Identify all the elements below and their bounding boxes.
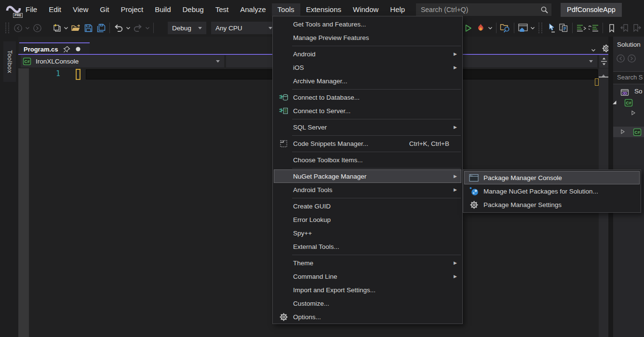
save-icon[interactable] [82,22,94,34]
menubar-item-file[interactable]: File [20,3,43,16]
menu-item-customize[interactable]: Customize... [274,297,461,310]
menu-item-label: NuGet Package Manager [293,173,366,180]
menu-item-package-manager-console[interactable]: Package Manager Console [464,171,640,184]
menu-item-create-guid[interactable]: Create GUID [274,199,461,213]
chevron-down-icon [589,60,593,63]
toolbox-tab[interactable]: Toolbox [3,41,16,82]
server-connect-icon [274,106,293,116]
menubar-item-test[interactable]: Test [210,3,235,16]
solution-tree-row[interactable]: C# [613,97,644,108]
menu-item-label: Command Line [293,273,337,280]
hot-reload-icon[interactable] [474,22,487,34]
redo-dropdown-icon[interactable] [144,22,151,34]
menu-item-connect-to-server[interactable]: Connect to Server... [274,104,461,117]
menu-item-label: Android [293,51,316,58]
platform-combo[interactable]: Any CPU [211,22,277,34]
toolbar-drag-handle[interactable] [538,23,542,33]
menu-item-code-snippets-manager[interactable]: Code Snippets Manager...Ctrl+K, Ctrl+B [274,137,461,150]
menu-bar: FileEditViewGitProjectBuildDebugTestAnal… [20,3,411,16]
solution-tree-row[interactable]: So [613,87,644,97]
scrollbar-thumb[interactable] [599,77,608,78]
tab-list-chevron-icon[interactable] [591,45,596,54]
menubar-item-git[interactable]: Git [94,3,115,16]
project-dropdown[interactable]: C# IronXLConsole [21,55,224,67]
forward-icon[interactable] [627,54,636,65]
menubar-item-project[interactable]: Project [115,3,149,16]
toolbar-drag-handle[interactable] [5,23,9,33]
menu-item-label: Code Snippets Manager... [293,140,368,147]
undo-dropdown-icon[interactable] [125,22,132,34]
hot-reload-dropdown-icon[interactable] [487,22,494,34]
split-window-button[interactable] [599,55,608,68]
scrollbar-up-icon[interactable] [601,71,606,80]
menu-item-ios[interactable]: iOS▶ [274,61,461,74]
menu-item-archive-manager[interactable]: Archive Manager... [274,74,461,88]
menubar-item-help[interactable]: Help [384,3,411,16]
undo-icon[interactable] [112,22,125,34]
menubar-item-debug[interactable]: Debug [177,3,210,16]
menubar-item-edit[interactable]: Edit [43,3,67,16]
back-icon[interactable] [616,54,625,65]
menubar-item-tools[interactable]: Tools [272,3,300,16]
solution-search-box[interactable]: Search S [613,71,644,84]
redo-icon[interactable] [132,22,144,34]
menu-item-spy[interactable]: Spy++ [274,226,461,240]
window-home-dropdown-icon[interactable] [529,22,536,34]
menu-item-android[interactable]: Android▶ [274,47,461,61]
menu-item-choose-toolbox-items[interactable]: Choose Toolbox Items... [274,153,461,167]
solution-tree-row[interactable]: C# [613,127,644,137]
navigate-back-icon[interactable] [12,22,24,34]
menu-item-connect-to-database[interactable]: Connect to Database... [274,91,461,104]
menu-item-theme[interactable]: Theme▶ [274,256,461,270]
search-icon[interactable] [537,6,551,14]
debug-configuration-combo[interactable]: Debug [168,22,206,34]
menu-item-android-tools[interactable]: Android Tools▶ [274,183,461,196]
menu-item-manage-preview-features[interactable]: Manage Preview Features [274,31,461,44]
menu-item-nuget-package-manager[interactable]: NuGet Package Manager▶ [274,169,461,183]
save-all-icon[interactable] [94,22,107,34]
toggle-bookmark-icon[interactable] [605,22,618,34]
menu-item-error-lookup[interactable]: Error Lookup [274,213,461,226]
menu-item-label: SQL Server [293,124,327,131]
format-selection-icon[interactable] [588,22,600,34]
menubar-item-build[interactable]: Build [149,3,176,16]
start-without-debugging-icon[interactable] [462,22,474,34]
navigate-forward-icon[interactable] [31,22,43,34]
window-home-icon[interactable] [517,22,529,34]
menu-item-manage-nuget-packages-for-solution[interactable]: Manage NuGet Packages for Solution... [464,184,640,198]
next-bookmark-icon[interactable] [631,22,643,34]
menu-item-sql-server[interactable]: SQL Server▶ [274,120,461,134]
navigate-back-dropdown-icon[interactable] [24,22,31,34]
menubar-item-analyze[interactable]: Analyze [234,3,271,16]
unsaved-dot-icon[interactable] [75,46,81,52]
search-box[interactable]: Search (Ctrl+Q) [416,3,551,16]
menu-item-get-tools-and-features[interactable]: Get Tools and Features... [274,17,461,31]
menu-item-package-manager-settings[interactable]: Package Manager Settings [464,198,640,211]
menubar-item-window[interactable]: Window [347,3,384,16]
paste-source-icon[interactable] [557,22,570,34]
submenu-arrow-icon: ▶ [454,52,457,56]
menu-item-options[interactable]: Options... [274,310,461,324]
menubar-item-view[interactable]: View [67,3,94,16]
previous-bookmark-icon[interactable] [618,22,631,34]
scrollbar-caret-marker [595,78,599,86]
menubar-item-extensions[interactable]: Extensions [300,3,347,16]
format-document-icon[interactable] [575,22,588,34]
document-tab[interactable]: Program.cs [19,42,90,55]
menu-item-label: Spy++ [293,230,312,237]
find-in-files-icon[interactable] [499,22,511,34]
new-project-icon[interactable] [50,22,63,34]
selection-tool-icon[interactable] [545,22,557,34]
menu-item-command-line[interactable]: Command Line▶ [274,270,461,283]
open-file-icon[interactable] [69,22,82,34]
menu-item-external-tools[interactable]: External Tools... [274,240,461,253]
new-project-dropdown-icon[interactable] [63,22,69,34]
db-connect-icon [274,92,293,102]
solution-tree-row[interactable] [613,108,644,118]
solution-name-button[interactable]: PdfConsoleApp [561,3,622,17]
document-tab-title: Program.cs [19,46,58,53]
submenu-arrow-icon: ▶ [454,260,457,265]
menu-item-import-and-export-settings[interactable]: Import and Export Settings... [274,283,461,297]
csharp-project-icon: C# [23,57,31,65]
pin-icon[interactable] [63,46,70,53]
